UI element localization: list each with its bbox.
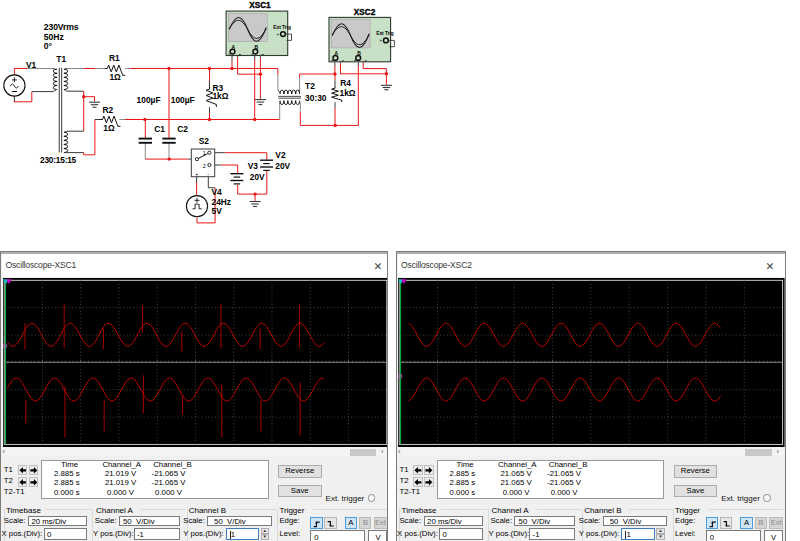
svg-text:24Hz: 24Hz (212, 197, 232, 207)
svg-text:R4: R4 (340, 78, 351, 88)
svg-text:1kΩ: 1kΩ (340, 88, 356, 98)
svg-text:20V: 20V (250, 172, 265, 182)
svg-text:XSC2: XSC2 (354, 8, 376, 17)
svg-text:C2: C2 (177, 124, 188, 134)
svg-text:Ext Trig: Ext Trig (376, 31, 394, 36)
svg-text:T2: T2 (305, 81, 315, 91)
svg-text:T1: T1 (56, 54, 66, 64)
svg-text:230Vrms: 230Vrms (44, 22, 79, 32)
svg-text:20V: 20V (275, 161, 290, 171)
svg-text:-: - (207, 171, 209, 177)
svg-text:+: + (195, 171, 198, 177)
svg-text:100µF: 100µF (137, 95, 161, 105)
svg-text:100µF: 100µF (171, 95, 195, 105)
svg-text:30:30: 30:30 (305, 93, 327, 103)
svg-text:C1: C1 (154, 124, 165, 134)
svg-text:1: 1 (203, 150, 206, 156)
svg-text:50Hz: 50Hz (44, 32, 64, 42)
svg-text:2: 2 (203, 163, 206, 169)
svg-text:V1: V1 (26, 60, 37, 70)
svg-text:0°: 0° (44, 41, 53, 51)
svg-text:V2: V2 (275, 150, 286, 160)
svg-text:1Ω: 1Ω (103, 123, 115, 133)
svg-text:+: + (380, 38, 383, 43)
svg-text:Ext Trig: Ext Trig (273, 25, 291, 30)
svg-text:V4: V4 (212, 187, 223, 197)
svg-text:1Ω: 1Ω (109, 72, 121, 82)
svg-text:1kΩ: 1kΩ (212, 91, 228, 101)
svg-text:S2: S2 (199, 136, 210, 146)
svg-text:R1: R1 (109, 53, 120, 63)
svg-text:V3: V3 (248, 161, 259, 171)
svg-text:+: + (277, 32, 280, 37)
svg-text:230:15:15: 230:15:15 (40, 155, 77, 165)
svg-text:XSC1: XSC1 (249, 1, 271, 10)
svg-text:5V: 5V (212, 206, 223, 216)
svg-text:R2: R2 (102, 105, 113, 115)
